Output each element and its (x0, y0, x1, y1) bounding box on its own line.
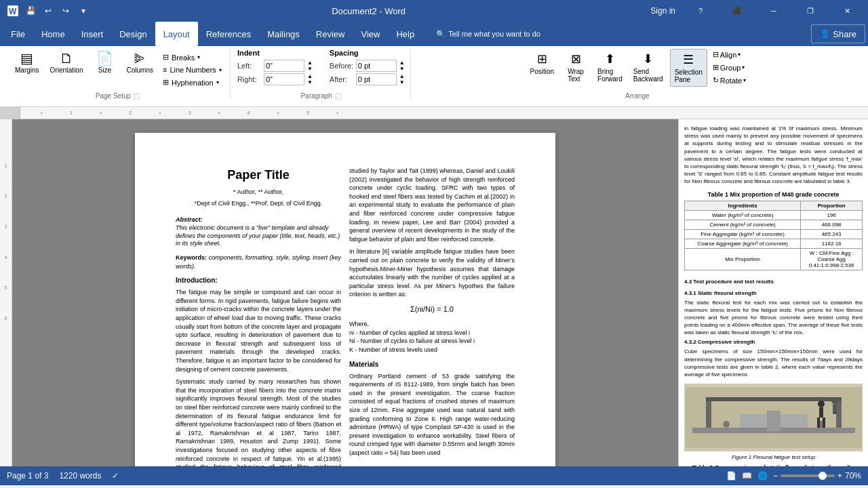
before-spacing-up[interactable]: ▲ (399, 60, 405, 66)
align-button[interactable]: ⊟ Align ▾ (710, 49, 749, 60)
wrap-text-button[interactable]: ⊠ WrapText (561, 49, 591, 85)
group-button[interactable]: ⊞ Group ▾ (710, 62, 749, 73)
hyphenation-button[interactable]: ⊞ Hyphenation ▾ (160, 77, 224, 88)
minimize-button[interactable]: ─ (758, 0, 789, 22)
main-area: 123456 Paper Title * Author, ** Author, … (0, 119, 868, 466)
close-button[interactable]: ✕ (831, 0, 863, 22)
menu-references[interactable]: References (198, 22, 259, 46)
right-indent-up[interactable]: ▲ (307, 73, 313, 79)
ribbon-toggle-button[interactable]: ⬛ (722, 0, 753, 22)
in-literature-text: In literature [6] variable amplitude fat… (349, 247, 515, 299)
section432-text: Cube specimens of size 150mm×150mm×150mm… (684, 348, 863, 378)
group-dropdown-arrow: ▾ (742, 64, 745, 70)
columns-label: Columns (127, 66, 153, 74)
bring-forward-button[interactable]: ⬆ BringForward (593, 49, 627, 85)
breaks-icon: ⊟ (163, 53, 169, 62)
redo-button[interactable]: ↪ (58, 3, 73, 18)
undo-button[interactable]: ↩ (41, 3, 56, 18)
zoom-slider[interactable] (781, 474, 835, 477)
menu-design[interactable]: Design (111, 22, 155, 46)
svg-point-10 (818, 401, 825, 407)
rotate-button[interactable]: ↻ Rotate ▾ (710, 75, 749, 86)
page-setup-label: Page Setup (96, 92, 131, 100)
print-layout-button[interactable]: 📄 (726, 471, 736, 481)
position-icon: ⊞ (537, 52, 547, 66)
menu-view[interactable]: View (353, 22, 388, 46)
page-setup-expand-icon[interactable]: ⬚ (134, 92, 140, 100)
menu-mailings[interactable]: Mailings (259, 22, 308, 46)
columns-button[interactable]: ⫸ Columns (123, 49, 157, 77)
zoom-in-button[interactable]: + (837, 471, 842, 481)
menu-layout[interactable]: Layout (155, 22, 198, 46)
table-row: Coarse Aggregate (kg/m³ of concrete) 118… (685, 239, 863, 248)
help-button[interactable]: ? (685, 0, 716, 22)
title-bar-title: Document2 - Word (91, 6, 646, 16)
orientation-icon: 🗋 (60, 52, 73, 65)
selection-pane-button[interactable]: ☰ SelectionPane (670, 49, 707, 87)
menu-bar: File Home Insert Design Layout Reference… (0, 22, 868, 46)
margins-button[interactable]: ▤ Margins (11, 49, 43, 77)
share-button[interactable]: 👤 Share (811, 24, 865, 43)
before-spacing-down[interactable]: ▼ (399, 66, 405, 72)
after-spacing-down[interactable]: ▼ (399, 79, 405, 85)
orientation-button[interactable]: 🗋 Orientation (46, 49, 87, 77)
left-indent-down[interactable]: ▼ (307, 66, 313, 72)
read-mode-button[interactable]: 📖 (742, 471, 752, 481)
sign-in-button[interactable]: Sign in (646, 5, 679, 17)
breaks-button[interactable]: ⊟ Breaks ▾ (160, 52, 224, 63)
svg-rect-11 (819, 407, 823, 418)
after-spacing-input[interactable] (356, 73, 397, 85)
quick-access-toolbar: W 💾 ↩ ↪ ▾ (5, 3, 91, 18)
send-backward-button[interactable]: ⬇ SendBackward (629, 49, 667, 85)
hyphenation-dropdown-arrow: ▾ (216, 79, 219, 85)
before-spacing-input[interactable] (356, 60, 397, 72)
menu-insert[interactable]: Insert (73, 22, 112, 46)
after-spacing-label: After: (330, 75, 353, 83)
restore-button[interactable]: ❐ (795, 0, 826, 22)
send-backward-icon: ⬇ (643, 52, 653, 66)
web-layout-button[interactable]: 🌐 (757, 471, 768, 481)
left-indent-input[interactable] (264, 60, 304, 72)
table1-title: Table 1 Mix proportion of M40 grade conc… (684, 191, 863, 198)
size-button[interactable]: 📄 Size (90, 49, 120, 77)
menu-file[interactable]: File (3, 22, 33, 46)
title-bar-left: W 💾 ↩ ↪ ▾ (5, 3, 91, 18)
right-indent-input[interactable] (264, 73, 304, 85)
after-spacing-up[interactable]: ▲ (399, 73, 405, 79)
paragraph-label: Paragraph (300, 92, 332, 100)
page-title: Paper Title (176, 167, 341, 184)
zoom-out-button[interactable]: − (773, 471, 778, 481)
zoom-level: 70% (845, 471, 861, 481)
menu-search[interactable]: 🔍 Tell me what you want to do (428, 22, 549, 46)
left-indent-up[interactable]: ▲ (307, 60, 313, 66)
table-row: Fine Aggregate (kg/m³ of concrete) 465.2… (685, 229, 863, 239)
wrap-text-icon: ⊠ (571, 52, 581, 66)
zoom-thumb[interactable] (818, 472, 827, 480)
abstract-text: This electronic document is a "live" tem… (176, 224, 341, 248)
zoom-controls: − + 70% (773, 471, 861, 481)
save-button[interactable]: 💾 (23, 3, 38, 18)
paragraph-expand-icon[interactable]: ⬚ (335, 92, 341, 100)
status-left: Page 1 of 3 1220 words ✓ (7, 471, 119, 481)
title-bar-right: Sign in ? ⬛ ─ ❐ ✕ (646, 0, 863, 22)
menu-review[interactable]: Review (308, 22, 353, 46)
group-icon: ⊞ (713, 63, 719, 72)
horizontal-ruler: •1•2•3•4•5• (0, 107, 868, 119)
size-icon: 📄 (96, 52, 113, 65)
ribbon: ▤ Margins 🗋 Orientation 📄 Size ⫸ Columns (0, 46, 868, 107)
section431-text: The static flexural test for each mix wa… (684, 299, 863, 337)
line-numbers-button[interactable]: ≡ Line Numbers ▾ (160, 64, 224, 75)
before-spacing-label: Before: (330, 62, 353, 70)
customize-button[interactable]: ▾ (76, 3, 91, 18)
figure1-caption: Figure 1 Flexural fatigue test setup (684, 454, 863, 460)
send-backward-label: SendBackward (633, 68, 663, 83)
spacing-title: Spacing (330, 49, 405, 58)
menu-help[interactable]: Help (388, 22, 422, 46)
table-row: Water (kg/m³ of concrete) 196 (685, 210, 863, 220)
right-indent-down[interactable]: ▼ (307, 79, 313, 85)
position-button[interactable]: ⊞ Position (526, 49, 558, 78)
document-area[interactable]: Paper Title * Author, ** Author, *Dept o… (12, 119, 678, 466)
table1-header-ingredients: Ingredients (685, 201, 801, 210)
keywords-label: Keywords: (176, 254, 207, 261)
menu-home[interactable]: Home (33, 22, 73, 46)
